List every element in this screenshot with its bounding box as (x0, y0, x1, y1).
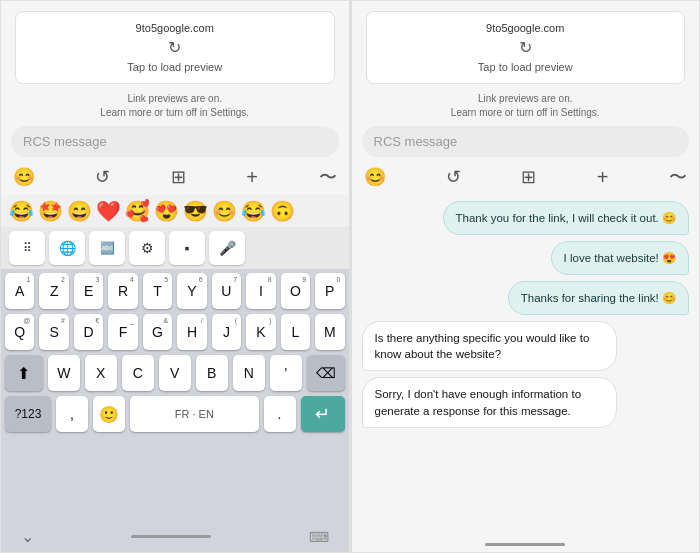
key-i[interactable]: 8I (246, 273, 275, 309)
key-f[interactable]: _F (108, 314, 137, 350)
key-u[interactable]: 7U (212, 273, 241, 309)
message-input-right[interactable]: RCS message (362, 126, 690, 157)
key-period[interactable]: . (264, 396, 296, 432)
wave-toolbar-icon-right[interactable]: 〜 (669, 165, 687, 189)
msg-2: I love that website! 😍 (551, 241, 689, 275)
bottom-bar-left: ⌄ ⌨ (1, 523, 349, 552)
key-h[interactable]: /H (177, 314, 206, 350)
refresh-icon-right[interactable]: ↻ (519, 38, 532, 57)
emoji-4[interactable]: ❤️ (96, 199, 121, 223)
key-backspace[interactable]: ⌫ (307, 355, 345, 391)
key-row-2: @Q #S €D _F &G /H (J )K L M (5, 314, 345, 350)
key-l[interactable]: L (281, 314, 310, 350)
key-apostrophe[interactable]: ' (270, 355, 302, 391)
right-phone-panel: 9to5google.com ↻ Tap to load preview Lin… (350, 0, 701, 553)
keyboard-icon-left[interactable]: ⌨ (309, 529, 329, 545)
emoji-5[interactable]: 🥰 (125, 199, 150, 223)
special-key-row: ⠿ 🌐 🔤 ⚙ ▪ 🎤 (1, 227, 349, 269)
key-d[interactable]: €D (74, 314, 103, 350)
wave-toolbar-icon-left[interactable]: 〜 (319, 165, 337, 189)
msg-1: Thank you for the link, I will check it … (443, 201, 689, 235)
key-g[interactable]: &G (143, 314, 172, 350)
emoji-1[interactable]: 😂 (9, 199, 34, 223)
info-line1-right: Link previews are on. (478, 93, 573, 104)
link-preview-domain-left: 9to5google.com (136, 22, 214, 34)
emoji-10[interactable]: 🙃 (270, 199, 295, 223)
key-j[interactable]: (J (212, 314, 241, 350)
emoji-row-left: 😂 🤩 😄 ❤️ 🥰 😍 😎 😊 😂 🙃 (1, 195, 349, 227)
key-y[interactable]: 6Y (177, 273, 206, 309)
emoji-2[interactable]: 🤩 (38, 199, 63, 223)
special-key-translate[interactable]: 🔤 (89, 231, 125, 265)
key-row-3: ⬆ W X C V B N ' ⌫ (5, 355, 345, 391)
message-placeholder-right: RCS message (374, 134, 458, 149)
special-key-globe[interactable]: 🌐 (49, 231, 85, 265)
key-w[interactable]: W (48, 355, 80, 391)
key-shift[interactable]: ⬆ (5, 355, 43, 391)
info-line2-right: Learn more or turn off in Settings. (451, 107, 600, 118)
refresh-toolbar-icon-left[interactable]: ↺ (95, 166, 110, 188)
message-placeholder-left: RCS message (23, 134, 107, 149)
emoji-3[interactable]: 😄 (67, 199, 92, 223)
link-preview-domain-right: 9to5google.com (486, 22, 564, 34)
key-v[interactable]: V (159, 355, 191, 391)
toolbar-right: 😊 ↺ ⊞ + 〜 (352, 163, 700, 193)
msg-5-text: Sorry, I don't have enough information t… (375, 388, 582, 416)
tap-to-load-right: Tap to load preview (478, 61, 573, 73)
link-preview-card-left[interactable]: 9to5google.com ↻ Tap to load preview (15, 11, 335, 84)
msg-3: Thanks for sharing the link! 😊 (508, 281, 689, 315)
bottom-line-left (131, 535, 211, 538)
key-e[interactable]: 3E (74, 273, 103, 309)
key-row-1: 1A 2Z 3E 4R 5T 6Y 7U 8I 9O 0P (5, 273, 345, 309)
left-phone-panel: 9to5google.com ↻ Tap to load preview Lin… (0, 0, 350, 553)
tap-to-load-left: Tap to load preview (127, 61, 222, 73)
key-p[interactable]: 0P (315, 273, 344, 309)
key-q[interactable]: @Q (5, 314, 34, 350)
emoji-8[interactable]: 😊 (212, 199, 237, 223)
special-key-grid[interactable]: ⠿ (9, 231, 45, 265)
refresh-icon-left[interactable]: ↻ (168, 38, 181, 57)
emoji-toolbar-icon-right[interactable]: 😊 (364, 166, 386, 188)
messages-area-right: Thank you for the link, I will check it … (352, 195, 700, 537)
key-x[interactable]: X (85, 355, 117, 391)
add-toolbar-icon-right[interactable]: + (597, 166, 609, 189)
key-emoji-bottom[interactable]: 🙂 (93, 396, 125, 432)
special-key-settings[interactable]: ⚙ (129, 231, 165, 265)
key-n[interactable]: N (233, 355, 265, 391)
key-123[interactable]: ?123 (5, 396, 51, 432)
link-preview-card-right[interactable]: 9to5google.com ↻ Tap to load preview (366, 11, 686, 84)
msg-3-text: Thanks for sharing the link! 😊 (521, 292, 676, 304)
special-key-mic[interactable]: 🎤 (209, 231, 245, 265)
key-enter[interactable]: ↵ (301, 396, 345, 432)
key-c[interactable]: C (122, 355, 154, 391)
msg-2-text: I love that website! 😍 (564, 252, 676, 264)
emoji-9[interactable]: 😂 (241, 199, 266, 223)
emoji-6[interactable]: 😍 (154, 199, 179, 223)
emoji-7[interactable]: 😎 (183, 199, 208, 223)
special-key-square[interactable]: ▪ (169, 231, 205, 265)
key-t[interactable]: 5T (143, 273, 172, 309)
key-m[interactable]: M (315, 314, 344, 350)
msg-5: Sorry, I don't have enough information t… (362, 377, 617, 427)
info-text-left: Link previews are on. Learn more or turn… (11, 92, 339, 120)
key-a[interactable]: 1A (5, 273, 34, 309)
key-z[interactable]: 2Z (39, 273, 68, 309)
message-input-left[interactable]: RCS message (11, 126, 339, 157)
refresh-toolbar-icon-right[interactable]: ↺ (446, 166, 461, 188)
sticker-toolbar-icon-left[interactable]: ⊞ (171, 166, 186, 188)
key-o[interactable]: 9O (281, 273, 310, 309)
key-b[interactable]: B (196, 355, 228, 391)
chevron-down-icon-left[interactable]: ⌄ (21, 527, 34, 546)
info-line1-left: Link previews are on. (128, 93, 223, 104)
sticker-toolbar-icon-right[interactable]: ⊞ (521, 166, 536, 188)
key-k[interactable]: )K (246, 314, 275, 350)
key-s[interactable]: #S (39, 314, 68, 350)
key-r[interactable]: 4R (108, 273, 137, 309)
emoji-toolbar-icon-left[interactable]: 😊 (13, 166, 35, 188)
keyboard-left: 1A 2Z 3E 4R 5T 6Y 7U 8I 9O 0P @Q #S €D _… (1, 269, 349, 523)
msg-4-text: Is there anything specific you would lik… (375, 332, 590, 360)
key-space[interactable]: FR · EN (130, 396, 258, 432)
key-comma[interactable]: , (56, 396, 88, 432)
add-toolbar-icon-left[interactable]: + (246, 166, 258, 189)
msg-1-text: Thank you for the link, I will check it … (456, 212, 676, 224)
